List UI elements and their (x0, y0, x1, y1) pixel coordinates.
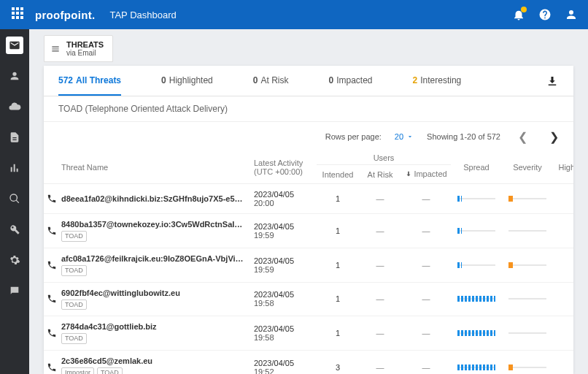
help-icon[interactable] (538, 8, 552, 21)
notifications-icon[interactable] (512, 8, 525, 21)
page-title: TAP Dashboard (109, 9, 176, 20)
profile-icon[interactable] (565, 8, 578, 21)
brand-logo: proofpoint. (35, 9, 95, 21)
apps-grid-icon[interactable] (10, 7, 25, 22)
